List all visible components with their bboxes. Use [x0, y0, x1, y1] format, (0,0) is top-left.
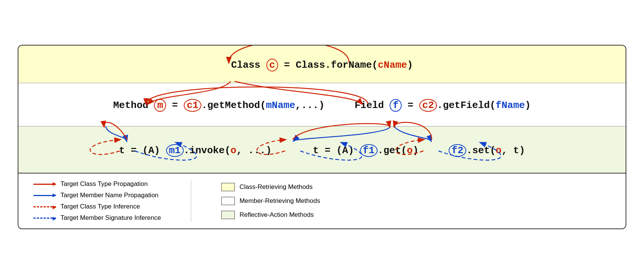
legend: Target Class Type Propagation Target Mem… [18, 174, 626, 228]
fname-var: fName [496, 100, 525, 111]
class-code: Class c = Class.forName(cName) [231, 59, 413, 72]
get-code: t = (A) f1.get(o) [313, 144, 419, 157]
legend-label-6: Member-Retrieving Methods [239, 197, 320, 205]
legend-label-4: Target Member Signature Inference [60, 214, 161, 222]
legend-left: Target Class Type Propagation Target Mem… [33, 180, 161, 222]
class-row: Class c = Class.forName(cName) [18, 46, 626, 83]
circle-c2: c2 [419, 99, 437, 112]
box-white [221, 197, 235, 205]
legend-item-6: Member-Retrieving Methods [221, 197, 320, 205]
dashed-red-line [33, 206, 56, 207]
circle-c: c [266, 59, 278, 72]
dashed-blue-line [33, 218, 56, 219]
field-code: Field f = c2.getField(fName) [355, 99, 531, 112]
legend-item-7: Reflective-Action Methods [221, 211, 320, 219]
legend-label-7: Reflective-Action Methods [239, 211, 313, 219]
legend-label-1: Target Class Type Propagation [60, 180, 148, 188]
legend-label-3: Target Class Type Inference [60, 203, 140, 210]
circle-f: f [390, 99, 402, 112]
legend-item-1: Target Class Type Propagation [33, 180, 161, 188]
legend-item-4: Target Member Signature Inference [33, 214, 161, 222]
box-green [221, 211, 235, 219]
circle-c1: c1 [184, 99, 201, 112]
circle-m: m [154, 99, 166, 112]
solid-blue-line [33, 195, 56, 196]
o-var-3: o [496, 145, 502, 156]
legend-right: Class-Retrieving Methods Member-Retrievi… [221, 180, 320, 222]
cname-var: cName [378, 59, 407, 71]
circle-f1: f1 [360, 144, 378, 157]
mname-var: mName [266, 100, 295, 111]
circle-f2: f2 [449, 144, 466, 157]
main-diagram: Class c = Class.forName(cName) Method m … [18, 45, 626, 229]
set-code: f2.set(o, t) [449, 144, 525, 157]
legend-item-2: Target Member Name Propagation [33, 192, 161, 199]
action-row: t = (A) m1.invoke(o, ...) t = (A) f1.get… [18, 126, 626, 174]
legend-item-3: Target Class Type Inference [33, 203, 161, 210]
circle-m1: m1 [166, 144, 184, 157]
legend-label-5: Class-Retrieving Methods [239, 183, 313, 191]
legend-divider [191, 180, 191, 222]
solid-red-line [33, 184, 56, 185]
o-var-1: o [231, 145, 237, 156]
member-row: Method m = c1.getMethod(mName,...) Field… [18, 83, 626, 126]
method-code: Method m = c1.getMethod(mName,...) [113, 99, 325, 112]
invoke-code: t = (A) m1.invoke(o, ...) [119, 144, 272, 157]
box-yellow [221, 183, 235, 191]
legend-item-5: Class-Retrieving Methods [221, 183, 320, 191]
diagram-area: Class c = Class.forName(cName) Method m … [18, 46, 626, 174]
legend-label-2: Target Member Name Propagation [60, 192, 159, 199]
o-var-2: o [407, 145, 413, 156]
